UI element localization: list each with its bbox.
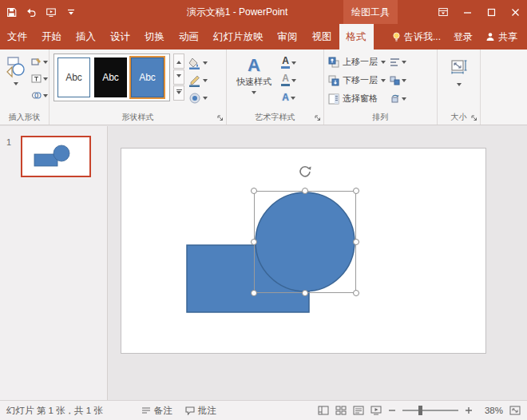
fit-slide-to-window-button[interactable] — [509, 406, 521, 415]
wordart-dialog-launcher[interactable] — [314, 114, 322, 122]
undo-icon — [26, 7, 37, 18]
bring-forward-button[interactable]: 上移一层 — [328, 53, 386, 70]
edit-shape-button[interactable] — [30, 55, 49, 69]
quick-styles-button[interactable]: A 快速样式 — [231, 53, 277, 112]
send-backward-icon — [328, 75, 339, 86]
slide-sorter-view-button[interactable] — [335, 406, 347, 415]
size-dialog-launcher[interactable] — [470, 114, 478, 122]
notes-button[interactable]: 备注 — [141, 405, 172, 417]
zoom-in-button[interactable] — [465, 406, 473, 414]
shape-effects-icon — [188, 92, 201, 105]
sign-in-button[interactable]: 登录 — [454, 30, 473, 44]
customize-qat-icon — [67, 8, 75, 16]
shape-effects-button[interactable] — [188, 90, 208, 105]
tab-format-active[interactable]: 格式 — [339, 24, 374, 50]
zoom-slider-thumb[interactable] — [418, 406, 422, 415]
align-button[interactable] — [389, 54, 407, 70]
resize-handle-n[interactable] — [302, 188, 308, 194]
undo-button[interactable] — [25, 5, 38, 19]
shape-style-chip-black[interactable]: Abc — [94, 57, 127, 97]
selection-bounding-box — [254, 191, 356, 293]
close-button[interactable] — [503, 0, 527, 24]
chevron-down-icon — [14, 82, 18, 88]
chevron-down-icon — [203, 97, 208, 102]
tell-me-box[interactable]: 告诉我... — [392, 30, 441, 44]
group-objects-button[interactable] — [389, 73, 407, 89]
rotate-objects-button[interactable] — [389, 91, 407, 107]
gallery-more-button[interactable] — [173, 85, 184, 101]
tab-file[interactable]: 文件 — [0, 24, 34, 50]
minimize-button[interactable] — [455, 0, 479, 24]
text-effects-button[interactable]: A — [280, 90, 297, 105]
selection-pane-button[interactable]: 选择窗格 — [328, 90, 386, 107]
share-button[interactable]: 共享 — [485, 30, 517, 44]
ribbon-display-options-button[interactable] — [431, 0, 455, 24]
text-box-button[interactable] — [30, 72, 49, 85]
ribbon: 插入形状 Abc Abc Abc — [0, 50, 527, 125]
shapes-gallery-button[interactable] — [4, 53, 28, 89]
customize-quick-access-button[interactable] — [65, 5, 77, 19]
zoom-level[interactable]: 38% — [479, 406, 503, 415]
close-icon — [511, 8, 520, 17]
resize-handle-e[interactable] — [353, 239, 359, 245]
text-fill-button[interactable]: A — [280, 55, 297, 70]
maximize-button[interactable] — [479, 0, 503, 24]
tab-animations[interactable]: 动画 — [172, 24, 206, 50]
merge-shapes-icon — [31, 91, 42, 100]
slide-thumbnail-1[interactable] — [21, 136, 91, 177]
align-icon — [390, 57, 400, 67]
resize-handle-nw[interactable] — [251, 188, 257, 194]
shape-fill-button[interactable] — [188, 55, 208, 70]
group-label-shape-styles: 形状样式 — [50, 112, 226, 123]
shape-style-chip-blue-selected[interactable]: Abc — [131, 57, 164, 97]
gallery-up-button[interactable] — [173, 53, 184, 69]
tab-review[interactable]: 审阅 — [271, 24, 305, 50]
send-backward-label: 下移一层 — [343, 74, 378, 86]
shape-styles-dialog-launcher[interactable] — [216, 114, 224, 122]
resize-handle-w[interactable] — [251, 239, 257, 245]
group-arrange: 上移一层 下移一层 选择窗格 — [324, 50, 438, 125]
save-button[interactable] — [5, 5, 18, 19]
text-outline-icon: A — [281, 74, 290, 86]
resize-handle-sw[interactable] — [251, 290, 257, 296]
gallery-scroll — [173, 53, 184, 112]
tab-design[interactable]: 设计 — [103, 24, 137, 50]
size-button[interactable] — [442, 53, 476, 91]
zoom-slider[interactable] — [402, 410, 458, 411]
start-from-beginning-button[interactable] — [45, 5, 57, 19]
gallery-down-button[interactable] — [173, 69, 184, 85]
resize-handle-ne[interactable] — [353, 188, 359, 194]
comments-button[interactable]: 批注 — [185, 405, 216, 417]
chevron-down-icon — [381, 79, 386, 85]
send-backward-button[interactable]: 下移一层 — [328, 72, 386, 89]
resize-handle-se[interactable] — [353, 290, 359, 296]
slideshow-icon — [46, 7, 57, 18]
text-outline-button[interactable]: A — [280, 73, 297, 88]
slide-canvas[interactable] — [121, 148, 486, 354]
resize-handle-s[interactable] — [302, 290, 308, 296]
shape-outline-icon — [188, 74, 201, 87]
group-size: 大小 — [438, 50, 481, 125]
tab-insert[interactable]: 插入 — [69, 24, 103, 50]
shape-outline-button[interactable] — [188, 73, 208, 88]
tell-me-label: 告诉我... — [404, 30, 441, 44]
group-wordart-styles: A 快速样式 A A A 艺术字样式 — [227, 50, 324, 125]
gallery-more-icon — [176, 89, 182, 97]
normal-view-button[interactable] — [318, 406, 329, 415]
zoom-out-button[interactable] — [388, 406, 396, 414]
chevron-down-icon — [402, 79, 406, 85]
slide-number: 1 — [6, 137, 11, 147]
dialog-launcher-icon — [217, 115, 224, 121]
tab-slideshow[interactable]: 幻灯片放映 — [206, 24, 271, 50]
powerpoint-window: 演示文稿1 - PowerPoint 绘图工具 文件 开始 插入 设计 切换 动… — [0, 0, 527, 420]
thumbnail-mini-shapes — [22, 137, 89, 176]
slideshow-view-button[interactable] — [370, 406, 382, 415]
merge-shapes-button[interactable] — [30, 89, 49, 102]
shape-style-chip-outline[interactable]: Abc — [57, 57, 90, 97]
tab-home[interactable]: 开始 — [34, 24, 69, 50]
rotation-handle[interactable] — [298, 164, 312, 179]
tab-view[interactable]: 视图 — [305, 24, 339, 50]
reading-view-button[interactable] — [353, 406, 364, 415]
tab-transitions[interactable]: 切换 — [137, 24, 172, 50]
text-effects-icon: A — [282, 93, 289, 102]
